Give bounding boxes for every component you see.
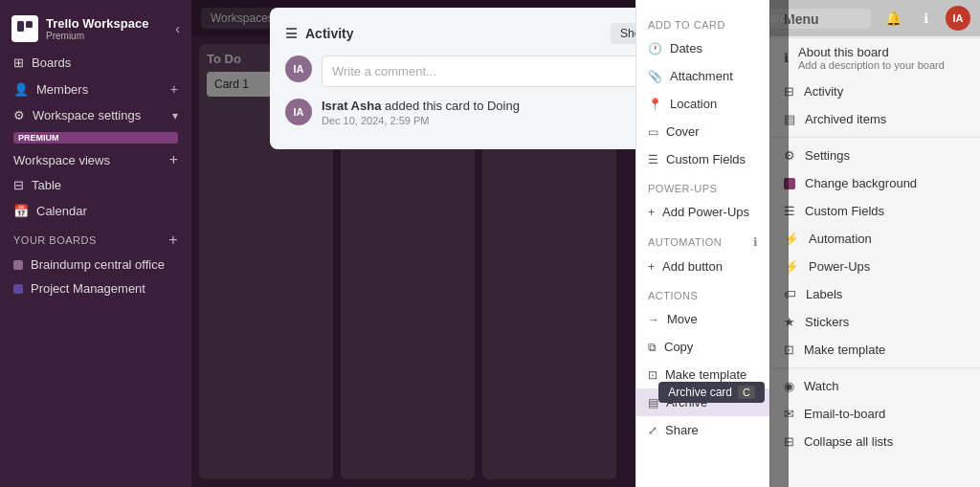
attachment-button[interactable]: 📎 Attachment	[636, 62, 769, 90]
move-icon: →	[648, 313, 659, 326]
menu-item-collapse-lists[interactable]: ⊟ Collapse all lists	[770, 428, 980, 455]
activity-log-text: Israt Asha added this card to Doing	[322, 99, 520, 113]
boards-icon: ⊞	[13, 55, 24, 70]
sidebar-item-table[interactable]: ⊟ Table	[0, 172, 191, 198]
menu-separator-2	[770, 367, 980, 368]
board-color-braindump	[13, 260, 23, 270]
menu-item-email-to-board[interactable]: ✉ Email-to-board	[770, 400, 980, 428]
menu-item-change-background[interactable]: Change background	[770, 169, 980, 197]
custom-fields-icon: ☰	[648, 153, 658, 166]
add-member-icon[interactable]: +	[170, 81, 178, 97]
left-sidebar: Trello Workspace Premium ‹ ⊞ Boards 👤 Me…	[0, 0, 191, 487]
menu-separator-1	[770, 137, 980, 138]
menu-item-custom-fields[interactable]: ☰ Custom Fields	[770, 197, 980, 225]
workspace-name: Trello Workspace	[46, 16, 167, 31]
menu-item-power-ups[interactable]: ⚡ Power-Ups	[770, 253, 980, 280]
menu-item-labels[interactable]: 🏷 Labels	[770, 280, 980, 308]
bell-icon[interactable]: 🔔	[880, 6, 905, 31]
cover-button[interactable]: ▭ Cover	[636, 118, 769, 145]
calendar-icon: 📅	[13, 204, 29, 218]
make-template-icon: ⊡	[648, 368, 657, 382]
chevron-down-icon: ▾	[172, 109, 178, 122]
menu-item-activity[interactable]: ⊟ Activity	[770, 77, 980, 105]
members-icon: 👤	[13, 82, 29, 97]
activity-icon: ☰	[285, 26, 298, 41]
activity-log-time: Dec 10, 2024, 2:59 PM	[322, 115, 520, 126]
activity-header: ☰ Activity Show details	[285, 23, 695, 44]
card-actions-sidebar: Add to card 🕐 Dates 📎 Attachment 📍 Locat…	[635, 0, 769, 487]
your-boards-section: Your boards +	[0, 224, 191, 253]
share-button[interactable]: ⤢ Share	[636, 416, 769, 444]
sidebar-item-boards[interactable]: ⊞ Boards	[0, 50, 191, 76]
premium-badge: PREMIUM	[13, 132, 178, 144]
sidebar-item-project-management[interactable]: Project Management	[0, 277, 191, 300]
comment-row: IA Write a comment...	[285, 55, 695, 87]
menu-item-watch[interactable]: ◉ Watch	[770, 372, 980, 400]
menu-item-archived-items[interactable]: ▤ Archived items	[770, 105, 980, 133]
info-icon[interactable]: ℹ	[913, 6, 938, 31]
menu-item-about[interactable]: ℹ About this board Add a description to …	[770, 38, 980, 77]
menu-item-settings[interactable]: ⚙ Settings	[770, 142, 980, 169]
settings-icon: ⚙	[13, 108, 25, 122]
dates-button[interactable]: 🕐 Dates	[636, 34, 769, 62]
power-ups-section-label: Power-Ups	[636, 179, 769, 198]
attachment-icon: 📎	[648, 70, 662, 83]
location-icon: 📍	[648, 98, 662, 111]
activity-user: Israt Asha	[322, 99, 381, 113]
add-board-icon[interactable]: +	[168, 232, 178, 249]
right-menu: Menu ✕ ℹ About this board Add a descript…	[769, 0, 980, 487]
copy-icon: ⧉	[648, 341, 657, 354]
archive-icon: ▤	[648, 396, 658, 410]
table-icon: ⊟	[13, 178, 24, 192]
user-avatar[interactable]: IA	[946, 6, 970, 31]
sidebar-item-workspace-settings[interactable]: ⚙ Workspace settings ▾	[0, 102, 191, 128]
activity-log-item: IA Israt Asha added this card to Doing D…	[285, 99, 695, 126]
location-button[interactable]: 📍 Location	[636, 90, 769, 118]
move-button[interactable]: → Move	[636, 305, 769, 333]
add-power-ups-icon: +	[648, 206, 655, 219]
archive-tooltip-text: Archive card	[668, 386, 732, 399]
add-button-icon: +	[648, 260, 655, 274]
archive-tooltip-kbd: C	[738, 386, 755, 399]
sidebar-collapse-button[interactable]: ‹	[175, 21, 180, 36]
top-bar-icons: 🔔 ℹ IA	[871, 6, 980, 31]
copy-button[interactable]: ⧉ Copy	[636, 333, 769, 361]
sidebar-item-members[interactable]: 👤 Members +	[0, 76, 191, 102]
add-button-button[interactable]: + Add button	[636, 253, 769, 280]
board-color-project	[13, 284, 23, 294]
add-power-ups-button[interactable]: + Add Power-Ups	[636, 198, 769, 226]
share-icon: ⤢	[648, 424, 657, 437]
archive-tooltip: Archive card C	[658, 382, 765, 403]
actions-section-label: Actions	[636, 286, 769, 305]
workspace-views-header: Workspace views +	[0, 147, 191, 172]
workspace-plan: Premium	[46, 31, 167, 41]
user-avatar-modal: IA	[285, 55, 312, 82]
trello-logo	[11, 15, 38, 42]
activity-avatar: IA	[285, 99, 312, 125]
menu-item-stickers[interactable]: ★ Stickers	[770, 308, 980, 336]
svg-rect-0	[17, 21, 24, 32]
workspace-views-label: Workspace views	[13, 153, 110, 167]
dates-icon: 🕐	[648, 42, 662, 55]
sidebar-item-braindump[interactable]: Braindump central office	[0, 253, 191, 277]
workspace-info: Trello Workspace Premium	[46, 16, 167, 41]
menu-item-automation[interactable]: ⚡ Automation	[770, 225, 980, 253]
activity-title: ☰ Activity	[285, 26, 354, 41]
add-view-icon[interactable]: +	[169, 151, 178, 168]
automation-info-icon: ℹ	[753, 235, 759, 249]
sidebar-header: Trello Workspace Premium ‹	[0, 8, 191, 50]
activity-log-content: Israt Asha added this card to Doing Dec …	[322, 99, 520, 126]
sidebar-item-calendar[interactable]: 📅 Calendar	[0, 198, 191, 224]
add-to-card-section: Add to card	[636, 15, 769, 34]
cover-icon: ▭	[648, 125, 658, 139]
svg-rect-1	[26, 21, 33, 28]
menu-item-make-template[interactable]: ⊡ Make template	[770, 336, 980, 364]
about-block: About this board Add a description to yo…	[798, 45, 945, 71]
activity-section: ☰ Activity Show details IA Write a comme…	[285, 23, 695, 126]
activity-action: added this card to Doing	[385, 99, 520, 113]
custom-fields-button[interactable]: ☰ Custom Fields	[636, 145, 769, 173]
automation-section-label: Automation ℹ	[636, 232, 769, 253]
